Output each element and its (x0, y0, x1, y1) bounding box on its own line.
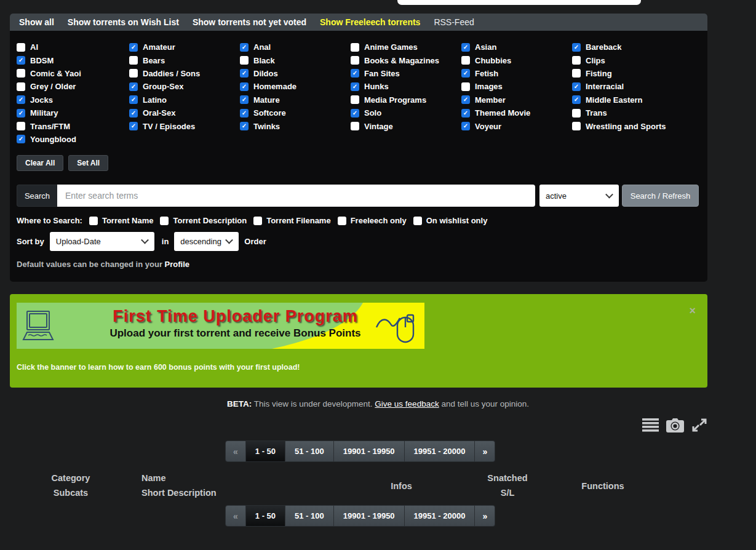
category-checkbox-clips[interactable]: Clips (572, 54, 707, 66)
where-checkbox-torrent-description[interactable]: Torrent Description (160, 216, 247, 225)
category-checkbox-bdsm[interactable]: ✓BDSM (17, 54, 129, 66)
category-checkbox-trans-ftm[interactable]: Trans/FTM (17, 119, 129, 132)
unchecked-checkbox-icon[interactable] (351, 122, 359, 130)
category-checkbox-trans[interactable]: Trans (572, 106, 707, 119)
list-view-icon[interactable] (642, 418, 659, 432)
pagination-page-19951-20000[interactable]: 19951 - 20000 (405, 505, 475, 527)
where-checkbox-on-wishlist-only[interactable]: On wishlist only (413, 216, 488, 225)
checked-checkbox-icon[interactable]: ✓ (351, 82, 359, 91)
clear-all-button[interactable]: Clear All (17, 155, 63, 171)
checked-checkbox-icon[interactable]: ✓ (240, 95, 249, 104)
status-select[interactable]: active (539, 185, 619, 207)
sort-direction-select[interactable]: descending (174, 232, 239, 251)
pagination-page-1-50[interactable]: 1 - 50 (246, 505, 285, 527)
pagination-page-19901-19950[interactable]: 19901 - 19950 (334, 505, 405, 527)
checked-checkbox-icon[interactable]: ✓ (17, 56, 25, 65)
category-checkbox-dildos[interactable]: ✓Dildos (240, 67, 351, 80)
checked-checkbox-icon[interactable]: ✓ (129, 43, 138, 52)
checked-checkbox-icon[interactable]: ✓ (240, 109, 249, 118)
category-checkbox-group-sex[interactable]: ✓Group-Sex (129, 80, 240, 93)
pagination-page-51-100[interactable]: 51 - 100 (285, 505, 334, 527)
checked-checkbox-icon[interactable]: ✓ (129, 82, 138, 91)
category-checkbox-fisting[interactable]: Fisting (572, 67, 707, 80)
unchecked-checkbox-icon[interactable] (351, 56, 359, 65)
unchecked-checkbox-icon[interactable] (17, 122, 25, 130)
unchecked-checkbox-icon[interactable] (129, 69, 138, 78)
category-checkbox-black[interactable]: Black (240, 54, 351, 66)
category-checkbox-solo[interactable]: ✓Solo (351, 106, 461, 119)
category-checkbox-ai[interactable]: AI (17, 41, 129, 54)
category-checkbox-middle-eastern[interactable]: ✓Middle Eastern (572, 94, 707, 106)
checked-checkbox-icon[interactable]: ✓ (240, 82, 249, 91)
category-checkbox-hunks[interactable]: ✓Hunks (351, 80, 461, 93)
where-checkbox-torrent-name[interactable]: Torrent Name (89, 216, 154, 225)
checked-checkbox-icon[interactable]: ✓ (572, 95, 581, 104)
category-checkbox-youngblood[interactable]: ✓Youngblood (17, 133, 129, 146)
category-checkbox-homemade[interactable]: ✓Homemade (240, 80, 351, 93)
category-checkbox-anime-games[interactable]: Anime Games (351, 41, 461, 54)
unchecked-checkbox-icon[interactable] (253, 217, 262, 225)
category-checkbox-grey-older[interactable]: Grey / Older (17, 80, 129, 93)
category-checkbox-anal[interactable]: ✓Anal (240, 41, 351, 54)
pagination-page-19901-19950[interactable]: 19901 - 19950 (334, 440, 405, 462)
checked-checkbox-icon[interactable]: ✓ (129, 122, 138, 130)
category-checkbox-mature[interactable]: ✓Mature (240, 94, 351, 106)
search-refresh-button[interactable]: Search / Refresh (622, 185, 699, 207)
category-checkbox-images[interactable]: Images (461, 80, 572, 93)
where-checkbox-freeleech-only[interactable]: Freeleech only (338, 216, 407, 225)
category-checkbox-military[interactable]: ✓Military (17, 106, 129, 119)
checked-checkbox-icon[interactable]: ✓ (17, 95, 25, 104)
category-checkbox-daddies-sons[interactable]: Daddies / Sons (129, 67, 240, 80)
checked-checkbox-icon[interactable]: ✓ (461, 95, 470, 104)
nav-item-rss-feed[interactable]: RSS-Feed (434, 17, 474, 27)
checked-checkbox-icon[interactable]: ✓ (240, 43, 249, 52)
pagination-next-button[interactable]: » (475, 505, 495, 527)
unchecked-checkbox-icon[interactable] (351, 43, 359, 52)
category-checkbox-media-programs[interactable]: Media Programs (351, 94, 461, 106)
unchecked-checkbox-icon[interactable] (338, 217, 346, 225)
unchecked-checkbox-icon[interactable] (572, 69, 581, 78)
nav-item-show-torrents-not-yet-voted[interactable]: Show torrents not yet voted (193, 17, 306, 27)
category-checkbox-asian[interactable]: ✓Asian (461, 41, 572, 54)
checked-checkbox-icon[interactable]: ✓ (129, 109, 138, 118)
unchecked-checkbox-icon[interactable] (572, 109, 581, 118)
checked-checkbox-icon[interactable]: ✓ (461, 109, 470, 118)
nav-item-show-torrents-on-wish-list[interactable]: Show torrents on Wish List (68, 17, 179, 27)
unchecked-checkbox-icon[interactable] (461, 56, 470, 65)
checked-checkbox-icon[interactable]: ✓ (572, 82, 581, 91)
search-input[interactable] (57, 185, 535, 207)
checked-checkbox-icon[interactable]: ✓ (129, 95, 138, 104)
nav-item-show-freeleech-torrents[interactable]: Show Freeleech torrents (320, 17, 420, 27)
checked-checkbox-icon[interactable]: ✓ (461, 69, 470, 78)
top-cutoff-search-input[interactable] (397, 0, 641, 5)
pagination-page-51-100[interactable]: 51 - 100 (285, 440, 334, 462)
checked-checkbox-icon[interactable]: ✓ (17, 109, 25, 118)
category-checkbox-oral-sex[interactable]: ✓Oral-Sex (129, 106, 240, 119)
category-checkbox-vintage[interactable]: Vintage (351, 119, 461, 132)
profile-link[interactable]: Profile (165, 260, 189, 269)
pagination-page-1-50[interactable]: 1 - 50 (246, 440, 285, 462)
category-checkbox-fetish[interactable]: ✓Fetish (461, 67, 572, 80)
category-checkbox-themed-movie[interactable]: ✓Themed Movie (461, 106, 572, 119)
category-checkbox-bareback[interactable]: ✓Bareback (572, 41, 707, 54)
category-checkbox-voyeur[interactable]: ✓Voyeur (461, 119, 572, 132)
pagination-page-19951-20000[interactable]: 19951 - 20000 (405, 440, 475, 462)
checked-checkbox-icon[interactable]: ✓ (572, 43, 581, 52)
unchecked-checkbox-icon[interactable] (572, 122, 581, 130)
checked-checkbox-icon[interactable]: ✓ (461, 122, 470, 130)
nav-item-show-all[interactable]: Show all (19, 17, 54, 27)
category-checkbox-latino[interactable]: ✓Latino (129, 94, 240, 106)
unchecked-checkbox-icon[interactable] (413, 217, 422, 225)
camera-view-icon[interactable] (666, 418, 684, 432)
category-checkbox-comic-yaoi[interactable]: Comic & Yaoi (17, 67, 129, 80)
category-checkbox-twinks[interactable]: ✓Twinks (240, 119, 351, 132)
unchecked-checkbox-icon[interactable] (89, 217, 98, 225)
expand-view-icon[interactable] (691, 417, 707, 433)
checked-checkbox-icon[interactable]: ✓ (17, 135, 25, 143)
category-checkbox-softcore[interactable]: ✓Softcore (240, 106, 351, 119)
checked-checkbox-icon[interactable]: ✓ (351, 69, 359, 78)
checked-checkbox-icon[interactable]: ✓ (240, 122, 249, 130)
where-checkbox-torrent-filename[interactable]: Torrent Filename (253, 216, 331, 225)
feedback-link[interactable]: Give us feedback (375, 399, 439, 409)
unchecked-checkbox-icon[interactable] (17, 43, 25, 52)
